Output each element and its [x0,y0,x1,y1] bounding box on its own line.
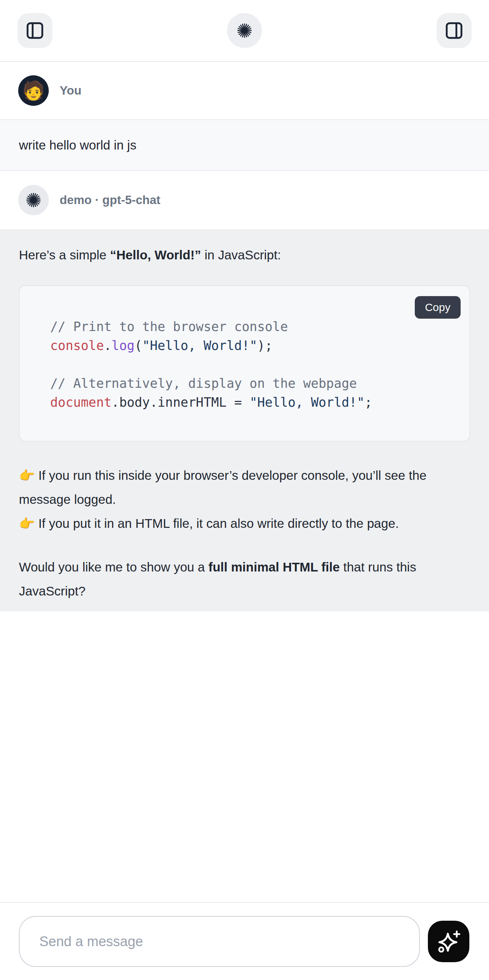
code-block-card: Copy // Print to the browser consolecons… [19,285,470,442]
assistant-notes: 👉 If you run this inside your browser’s … [19,463,470,536]
assistant-message-header: demo · gpt-5-chat [0,171,489,229]
panel-right-icon [444,21,464,40]
code-line: console.log("Hello, World!"); [50,336,455,355]
assistant-model-label: demo · gpt-5-chat [60,193,161,207]
toggle-left-sidebar-button[interactable] [18,13,53,48]
send-button[interactable] [428,921,469,962]
code-line: // Alternatively, display on the webpage [50,374,455,393]
sparkle-icon [436,929,461,954]
assistant-intro-line: Here’s a simple “Hello, World!” in JavaS… [19,243,470,267]
assistant-note-line: 👉 If you run this inside your browser’s … [19,463,470,511]
message-input[interactable] [19,916,420,967]
empty-space [0,611,489,902]
user-message-text: write hello world in js [19,138,137,153]
user-message-header: 🧑 You [0,62,489,119]
assistant-message-body: Here’s a simple “Hello, World!” in JavaS… [0,229,489,611]
starburst-icon [24,191,43,210]
starburst-icon [235,21,254,40]
copy-code-button[interactable]: Copy [415,296,460,319]
code-line: document.body.innerHTML = "Hello, World!… [50,393,455,412]
user-avatar: 🧑 [18,75,49,106]
user-avatar-emoji: 🧑 [22,81,45,100]
assistant-closing-question: Would you like me to show you a full min… [19,555,470,603]
assistant-avatar [18,185,49,215]
code-block: // Print to the browser consoleconsole.l… [20,286,469,412]
assistant-note-line: 👉 If you put it in an HTML file, it can … [19,511,470,536]
app-logo [227,13,262,48]
top-bar [0,0,489,62]
code-line: // Print to the browser console [50,317,455,336]
composer-bar [0,902,489,980]
user-sender-label: You [60,84,81,97]
toggle-right-sidebar-button[interactable] [436,13,471,48]
code-line-blank [50,355,455,374]
user-message-bubble: write hello world in js [0,119,489,171]
panel-left-icon [25,21,45,40]
